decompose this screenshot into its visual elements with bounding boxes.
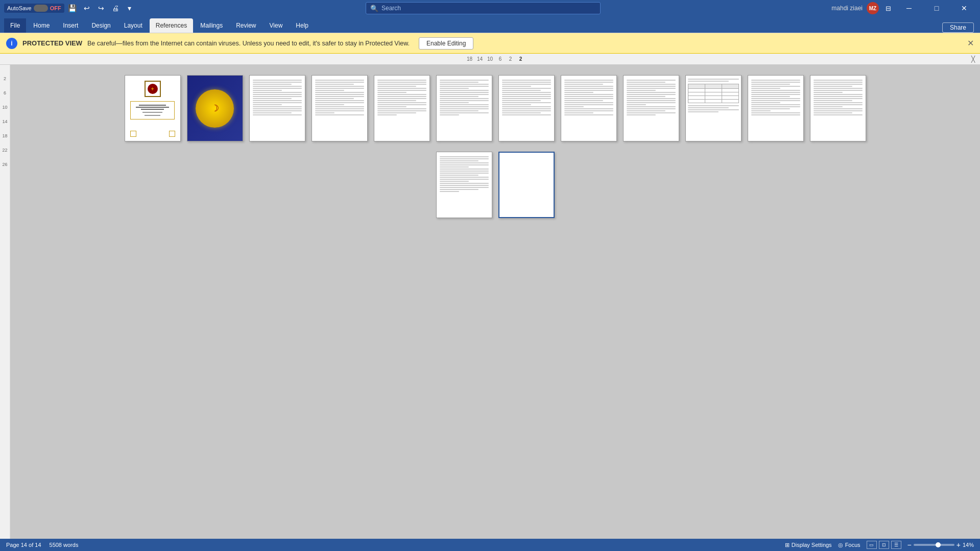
protected-message: Be careful—files from the Internet can c… <box>87 40 410 47</box>
minimize-button[interactable]: ─ <box>897 0 921 16</box>
ruler-row: 18 14 10 6 2 2 ╳ <box>0 54 980 65</box>
display-settings-label: Display Settings <box>792 542 832 548</box>
focus-icon: ◎ <box>838 542 843 548</box>
quick-access-toolbar: 💾 ↩ ↪ 🖨 ▾ <box>67 3 135 13</box>
zoom-level: 14% <box>963 542 974 548</box>
share-button[interactable]: Share <box>942 22 974 33</box>
restore-button[interactable]: □ <box>925 0 948 16</box>
page-12[interactable] <box>810 75 866 141</box>
title-bar: AutoSave OFF 💾 ↩ ↪ 🖨 ▾ طرح کرامت من کیست… <box>0 0 980 16</box>
tab-layout[interactable]: Layout <box>118 18 149 33</box>
protected-label: PROTECTED VIEW <box>22 39 82 47</box>
ruler-v-2: 2 <box>4 67 6 81</box>
display-settings-icon: ⊞ <box>785 542 790 548</box>
document-area: ⚜ <box>10 65 980 539</box>
focus-label: Focus <box>845 542 861 548</box>
ruler-numbers: 18 14 10 6 2 2 <box>465 56 526 62</box>
horizontal-ruler: 18 14 10 6 2 2 <box>10 56 980 62</box>
page-4[interactable] <box>312 75 368 141</box>
ruler-2: 2 <box>506 56 516 62</box>
close-button[interactable]: ✕ <box>952 0 976 16</box>
autosave-label: AutoSave <box>7 5 32 11</box>
search-bar[interactable]: 🔍 <box>366 2 601 14</box>
tab-insert[interactable]: Insert <box>57 18 84 33</box>
page-2[interactable]: ☽ <box>187 75 243 141</box>
close-protected-bar[interactable]: ✕ <box>967 38 974 48</box>
protected-icon: i <box>6 38 17 49</box>
pages-row-2 <box>436 152 555 218</box>
ruler-14: 14 <box>475 56 485 62</box>
zoom-handle[interactable] <box>936 542 941 547</box>
read-view-icon[interactable]: ☰ <box>891 541 901 549</box>
page-info: Page 14 of 14 <box>6 542 41 548</box>
zoom-slider[interactable] <box>914 544 954 546</box>
tab-review[interactable]: Review <box>230 18 262 33</box>
tab-mailings[interactable]: Mailings <box>194 18 229 33</box>
tab-view[interactable]: View <box>264 18 289 33</box>
zoom-in-icon[interactable]: + <box>957 541 961 549</box>
page-13[interactable] <box>436 152 492 218</box>
autosave-state: OFF <box>50 5 61 11</box>
share-area: Share <box>942 22 980 33</box>
ruler-close[interactable]: ╳ <box>971 56 975 63</box>
search-icon: 🔍 <box>370 5 378 12</box>
ribbon-tabs: File Home Insert Design Layout Reference… <box>0 16 980 33</box>
left-ruler: 2 6 10 14 18 22 26 <box>0 65 10 539</box>
ruler-v-22: 22 <box>2 138 7 153</box>
page-9[interactable] <box>623 75 679 141</box>
page-14[interactable] <box>498 152 555 218</box>
ruler-v-26: 26 <box>2 153 7 167</box>
ruler-6: 6 <box>495 56 506 62</box>
display-settings-button[interactable]: ⊞ Display Settings <box>785 542 832 548</box>
customize-icon[interactable]: ▾ <box>125 3 135 13</box>
ruler-v-14: 14 <box>2 110 7 124</box>
tab-file[interactable]: File <box>4 18 26 33</box>
ruler-v-18: 18 <box>2 124 7 138</box>
page-10[interactable] <box>685 75 742 141</box>
page-8[interactable] <box>561 75 617 141</box>
page-7[interactable] <box>498 75 555 141</box>
status-bar: Page 14 of 14 5508 words ⊞ Display Setti… <box>0 539 980 551</box>
ruler-2b: 2 <box>516 56 526 62</box>
undo-icon[interactable]: ↩ <box>82 3 92 13</box>
tab-references[interactable]: References <box>150 18 193 33</box>
ruler-10: 10 <box>485 56 495 62</box>
print-icon[interactable]: 🖨 <box>110 3 121 13</box>
zoom-out-icon[interactable]: − <box>907 541 912 549</box>
page-1[interactable]: ⚜ <box>125 75 181 141</box>
view-icons: ▭ ⊡ ☰ <box>867 541 901 549</box>
tab-home[interactable]: Home <box>27 18 56 33</box>
ruler-v-6: 6 <box>4 81 6 95</box>
ruler-v-10: 10 <box>2 95 7 110</box>
tab-design[interactable]: Design <box>85 18 116 33</box>
ribbon-display-icon[interactable]: ⊟ <box>883 3 893 13</box>
page-11[interactable] <box>748 75 804 141</box>
page-6[interactable] <box>436 75 492 141</box>
username: mahdi ziaei <box>831 5 863 12</box>
autosave-control[interactable]: AutoSave OFF <box>4 4 64 13</box>
zoom-control: − + 14% <box>907 541 974 549</box>
print-view-icon[interactable]: ▭ <box>867 541 877 549</box>
word-count: 5508 words <box>50 542 79 548</box>
main-area: 2 6 10 14 18 22 26 ⚜ <box>0 65 980 539</box>
save-icon[interactable]: 💾 <box>67 3 78 13</box>
user-initials: MZ <box>869 6 876 11</box>
page-5[interactable] <box>374 75 430 141</box>
enable-editing-button[interactable]: Enable Editing <box>419 37 473 50</box>
user-avatar[interactable]: MZ <box>867 2 879 14</box>
focus-button[interactable]: ◎ Focus <box>838 542 861 548</box>
ruler-18: 18 <box>465 56 475 62</box>
status-right: ⊞ Display Settings ◎ Focus ▭ ⊡ ☰ − + 14% <box>785 541 974 549</box>
web-view-icon[interactable]: ⊡ <box>879 541 889 549</box>
pages-row-1: ⚜ <box>125 75 866 141</box>
title-bar-left: AutoSave OFF 💾 ↩ ↪ 🖨 ▾ <box>4 3 135 13</box>
pages-grid: ⚜ <box>20 75 970 218</box>
protected-view-bar: i PROTECTED VIEW Be careful—files from t… <box>0 33 980 54</box>
autosave-toggle[interactable] <box>34 5 48 12</box>
redo-icon[interactable]: ↪ <box>96 3 106 13</box>
title-bar-right: mahdi ziaei MZ ⊟ ─ □ ✕ <box>831 0 976 16</box>
tab-help[interactable]: Help <box>290 18 315 33</box>
page-3[interactable] <box>249 75 305 141</box>
search-input[interactable] <box>381 5 596 12</box>
